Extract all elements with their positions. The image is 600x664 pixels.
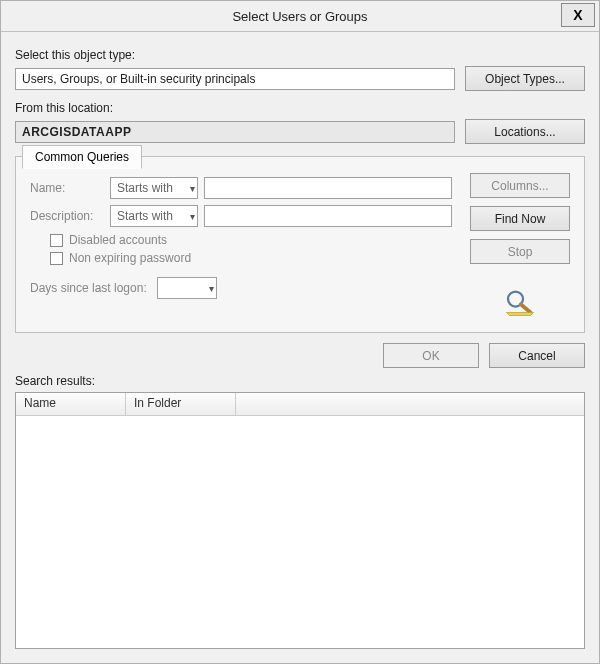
location-value: ARCGISDATAAPP — [22, 125, 131, 139]
description-label: Description: — [30, 209, 110, 223]
query-area: Name: Starts with ▾ Description: Starts … — [30, 171, 570, 318]
close-button[interactable]: X — [561, 3, 595, 27]
object-type-row: Users, Groups, or Built-in security prin… — [15, 66, 585, 91]
description-op-select[interactable]: Starts with ▾ — [110, 205, 198, 227]
non-expiring-checkbox[interactable] — [50, 252, 63, 265]
name-label: Name: — [30, 181, 110, 195]
locations-button[interactable]: Locations... — [465, 119, 585, 144]
svg-line-1 — [521, 304, 531, 312]
results-body — [16, 416, 584, 648]
from-location-label: From this location: — [15, 101, 585, 115]
close-icon: X — [573, 7, 582, 23]
client-area: Select this object type: Users, Groups, … — [1, 32, 599, 663]
days-since-select[interactable]: ▾ — [157, 277, 217, 299]
query-main: Name: Starts with ▾ Description: Starts … — [30, 171, 452, 318]
location-field[interactable]: ARCGISDATAAPP — [15, 121, 455, 143]
object-types-button[interactable]: Object Types... — [465, 66, 585, 91]
non-expiring-row: Non expiring password — [50, 251, 452, 265]
column-header-name[interactable]: Name — [16, 393, 126, 415]
days-since-row: Days since last logon: ▾ — [30, 277, 452, 299]
common-queries-group: Common Queries Name: Starts with ▾ Descr… — [15, 156, 585, 333]
column-header-spacer — [236, 393, 584, 415]
tab-common-queries[interactable]: Common Queries — [22, 145, 142, 169]
non-expiring-label: Non expiring password — [69, 251, 191, 265]
search-results-label: Search results: — [15, 374, 585, 388]
name-row: Name: Starts with ▾ — [30, 177, 452, 199]
object-type-label: Select this object type: — [15, 48, 585, 62]
results-header: Name In Folder — [16, 393, 584, 416]
button-bar: OK Cancel — [15, 343, 585, 368]
results-list[interactable]: Name In Folder — [15, 392, 585, 649]
location-row: ARCGISDATAAPP Locations... — [15, 119, 585, 144]
find-now-button[interactable]: Find Now — [470, 206, 570, 231]
description-input[interactable] — [204, 205, 452, 227]
disabled-accounts-label: Disabled accounts — [69, 233, 167, 247]
chevron-down-icon: ▾ — [190, 183, 195, 194]
name-op-value: Starts with — [117, 181, 173, 195]
stop-button[interactable]: Stop — [470, 239, 570, 264]
search-icon — [502, 286, 538, 318]
description-op-value: Starts with — [117, 209, 173, 223]
name-input[interactable] — [204, 177, 452, 199]
side-buttons: Columns... Find Now Stop — [470, 171, 570, 318]
titlebar: Select Users or Groups X — [1, 1, 599, 32]
description-row: Description: Starts with ▾ — [30, 205, 452, 227]
chevron-down-icon: ▾ — [190, 211, 195, 222]
ok-button[interactable]: OK — [383, 343, 479, 368]
chevron-down-icon: ▾ — [209, 283, 214, 294]
disabled-accounts-row: Disabled accounts — [50, 233, 452, 247]
select-users-dialog: Select Users or Groups X Select this obj… — [0, 0, 600, 664]
disabled-accounts-checkbox[interactable] — [50, 234, 63, 247]
cancel-button[interactable]: Cancel — [489, 343, 585, 368]
column-header-in-folder[interactable]: In Folder — [126, 393, 236, 415]
days-since-label: Days since last logon: — [30, 281, 147, 295]
name-op-select[interactable]: Starts with ▾ — [110, 177, 198, 199]
object-type-field[interactable]: Users, Groups, or Built-in security prin… — [15, 68, 455, 90]
columns-button[interactable]: Columns... — [470, 173, 570, 198]
object-type-value: Users, Groups, or Built-in security prin… — [22, 72, 255, 86]
dialog-title: Select Users or Groups — [232, 9, 367, 24]
